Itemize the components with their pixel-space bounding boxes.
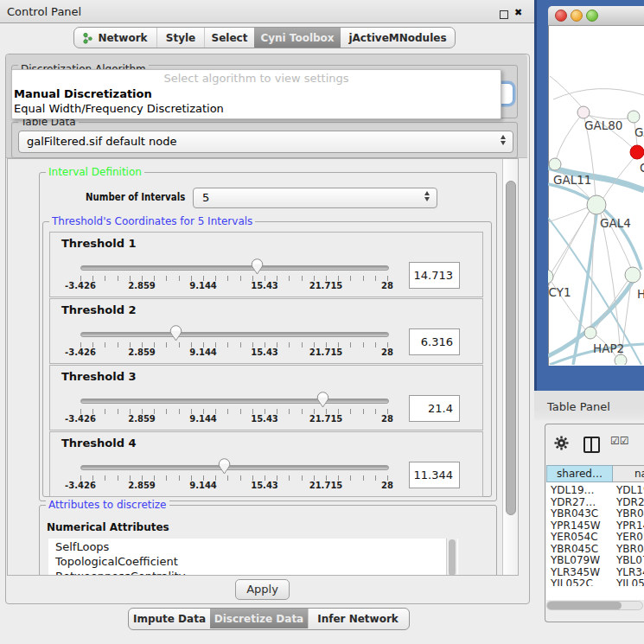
threshold-value-field[interactable]: 6.316 [409, 328, 460, 355]
threshold-2-panel: Threshold 2-3.4262.8599.14415.4321.71528… [49, 298, 483, 364]
network-node-label: C [640, 161, 644, 175]
network-node-label: H [637, 287, 644, 301]
table-row[interactable]: YDR27…YDR27… [546, 496, 644, 508]
attribute-list-item[interactable]: TopologicalCoefficient [55, 554, 178, 569]
select-columns-icon[interactable]: ☑☑ [610, 435, 629, 447]
network-node[interactable] [625, 267, 641, 283]
tab-infer-network[interactable]: Infer Network [308, 609, 407, 628]
spinner-updown-icon [423, 191, 430, 201]
network-node[interactable] [615, 354, 627, 365]
slider-track[interactable] [80, 265, 389, 271]
threshold-1-panel: Threshold 1-3.4262.8599.14415.4321.71528… [49, 232, 483, 297]
combo-updown-icon [499, 135, 507, 145]
node-table[interactable]: shared… name YDL19…YDL19…YDR27…YDR27…YBR… [546, 465, 644, 600]
slider-thumb[interactable] [169, 325, 182, 341]
network-tab-icon [83, 33, 92, 43]
table-horizontal-scrollbar-thumb[interactable] [547, 602, 622, 609]
table-row[interactable]: YDL19…YDL19… [546, 484, 644, 496]
slider-thumb[interactable] [316, 392, 329, 408]
control-panel-tabs: Network Style Select Cyni Toolbox jActiv… [73, 27, 456, 48]
column-header-name[interactable]: name [613, 465, 644, 482]
threshold-value-field[interactable]: 21.4 [409, 395, 460, 422]
settings-scroll-panel: Interval Definition Number of Intervals … [7, 158, 519, 576]
network-node[interactable] [628, 111, 640, 123]
table-row[interactable]: YBR045CYBR045C [546, 543, 644, 555]
table-panel-title: Table Panel [547, 400, 610, 413]
network-node-label: GAL11 [553, 173, 591, 187]
threshold-3-panel: Threshold 3-3.4262.8599.14415.4321.71528… [49, 365, 483, 430]
network-node[interactable] [584, 327, 596, 339]
thresholds-group-title: Threshold's Coordinates for 5 Intervals [49, 215, 255, 227]
column-header-shared-name[interactable]: shared… [546, 465, 613, 482]
threshold-label: Threshold 4 [61, 437, 137, 450]
popup-option-manual-discretization[interactable]: Manual Discretization [14, 87, 152, 100]
numerical-attributes-label: Numerical Attributes [47, 521, 169, 533]
number-of-intervals-label: Number of Intervals [86, 191, 185, 203]
table-row[interactable]: YBR043CYBR043C [546, 507, 644, 520]
network-node[interactable] [587, 195, 606, 214]
network-node-label: GAL [634, 125, 644, 139]
threshold-value-field[interactable]: 14.713 [409, 262, 460, 289]
attributes-group-title: Attributes to discretize [46, 499, 169, 511]
zoom-traffic-light-icon[interactable] [586, 10, 598, 22]
threshold-4-panel: Threshold 4-3.4262.8599.14415.4321.71528… [49, 431, 483, 497]
interval-definition-group-title: Interval Definition [46, 166, 144, 178]
network-node-label: GCY1 [548, 285, 571, 299]
tab-impute-data[interactable]: Impute Data [129, 609, 210, 628]
popup-option-equal-width[interactable]: Equal Width/Frequency Discretization [14, 102, 224, 115]
network-node[interactable] [577, 106, 590, 118]
threshold-label: Threshold 3 [61, 370, 137, 383]
cyni-bottom-tabs: Impute Data Discretize Data Infer Networ… [128, 608, 410, 630]
attribute-list-item[interactable]: BetweennessCentrality [55, 569, 185, 576]
threshold-label: Threshold 2 [61, 303, 137, 316]
float-window-icon[interactable] [500, 10, 508, 19]
screenshot-root: Control Panel ✖ Network Style Select Cyn… [0, 0, 644, 644]
table-row[interactable]: YLR345WYLR345W [546, 566, 644, 578]
algorithm-dropdown-popup: Select algorithm to view settings Manual… [11, 69, 501, 119]
close-icon[interactable]: ✖ [514, 7, 522, 18]
table-bottom-whitespace [546, 586, 644, 600]
network-node[interactable] [549, 158, 561, 170]
number-of-intervals-value: 5 [202, 191, 209, 204]
slider-thumb[interactable] [251, 258, 264, 275]
gear-icon[interactable] [554, 436, 569, 450]
numerical-attributes-list[interactable]: SelfLoopsTopologicalCoefficientBetweenne… [48, 539, 458, 576]
minimize-traffic-light-icon[interactable] [571, 10, 583, 22]
thresholds-group: Threshold's Coordinates for 5 Intervals … [42, 221, 492, 497]
tab-network-label: Network [98, 32, 147, 44]
apply-button[interactable]: Apply [235, 579, 290, 600]
tab-style[interactable]: Style [156, 28, 204, 48]
tab-select[interactable]: Select [204, 28, 254, 48]
tab-jactivemnodules[interactable]: jActiveMNodules [341, 28, 455, 48]
network-canvas[interactable]: GAL80GALCGAL11GAL4GCY1HHAP2 [548, 25, 644, 365]
table-data-combobox-value: galFiltered.sif default node [27, 135, 177, 148]
settings-vertical-scrollbar-thumb[interactable] [506, 181, 516, 515]
network-node[interactable] [630, 145, 644, 159]
table-data-combobox[interactable]: galFiltered.sif default node [18, 131, 513, 153]
network-node-label: HAP2 [593, 341, 624, 355]
network-node-label: GAL4 [600, 216, 631, 230]
table-horizontal-scrollbar[interactable] [546, 601, 643, 610]
settings-vertical-scrollbar[interactable] [502, 159, 519, 575]
split-columns-icon[interactable] [583, 437, 600, 453]
control-panel-title: Control Panel [7, 5, 81, 18]
slider-track[interactable] [80, 399, 389, 404]
tab-cyni-toolbox[interactable]: Cyni Toolbox [254, 28, 341, 48]
network-node-label: GAL80 [584, 118, 622, 132]
network-node[interactable] [548, 270, 553, 284]
table-panel-titlebar: Table Panel [534, 391, 644, 420]
tab-network[interactable]: Network [74, 28, 156, 48]
slider-track[interactable] [80, 465, 389, 470]
close-traffic-light-icon[interactable] [555, 10, 567, 22]
number-of-intervals-spinner[interactable]: 5 [193, 188, 437, 208]
table-row[interactable]: YBL079WYBL079W [546, 554, 644, 566]
attributes-list-scrollbar[interactable] [446, 539, 457, 576]
threshold-value-field[interactable]: 11.344 [409, 462, 460, 488]
table-row[interactable]: YER054CYER054C [546, 531, 644, 543]
attribute-list-item[interactable]: SelfLoops [55, 539, 109, 554]
slider-track[interactable] [80, 332, 389, 337]
table-row[interactable]: YPR145WYPR145W [546, 520, 644, 532]
tab-discretize-data[interactable]: Discretize Data [210, 609, 308, 628]
slider-thumb[interactable] [218, 458, 231, 475]
attributes-group: Attributes to discretize Numerical Attri… [39, 505, 497, 576]
